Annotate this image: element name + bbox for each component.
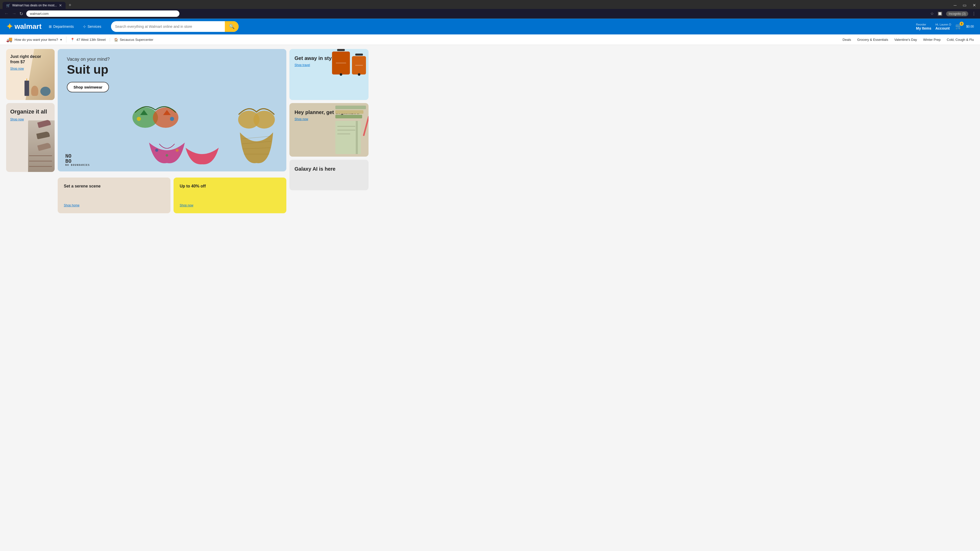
address-bar: ← → ↻ walmart.com ☆ 🔲 Incognito (3) ⋮ [0, 9, 980, 19]
site-header: ✦ walmart ⊞ Departments ⊹ Services 🔍 Reo… [0, 19, 980, 35]
sale-shop-link[interactable]: Shop now [180, 203, 280, 207]
services-icon: ⊹ [83, 24, 86, 29]
bottom-promo-cards: Set a serene scene Shop home Up to 40% o… [58, 178, 286, 213]
bookmark-icon[interactable]: ☆ [930, 11, 934, 16]
colorful-bikini-bottom [146, 143, 187, 165]
header-actions: Reorder My Items Hi, Lauren D Account 🛒 … [916, 23, 974, 30]
galaxy-promo-card[interactable]: Galaxy AI is here [290, 160, 369, 190]
decor-shop-link[interactable]: Shop now [10, 67, 51, 70]
hero-subtitle: Vacay on your mind? [67, 57, 277, 62]
departments-nav[interactable]: ⊞ Departments [47, 23, 76, 30]
organize-promo-card[interactable]: Organize it all Shop now [6, 103, 55, 172]
grocery-link[interactable]: Grocery & Essentials [857, 38, 888, 41]
new-tab-button[interactable]: + [67, 2, 73, 9]
notebook-line-3 [337, 134, 350, 134]
pink-bikini-bottom [184, 148, 220, 165]
delivery-prompt: How do you want your items? [14, 38, 58, 41]
decor-items [24, 81, 51, 96]
nobo-sub-brand: NO BOUNDARIES [65, 164, 90, 166]
extensions-icon[interactable]: 🔲 [937, 11, 942, 16]
travel-promo-card[interactable]: Get away in style Shop travel [290, 49, 369, 100]
main-content: Just right decor from $7 Shop now Organi… [0, 45, 980, 218]
tab-favicon: 🛒 [6, 3, 10, 7]
close-window-button[interactable]: ✕ [971, 2, 977, 8]
address-text: 47 West 13th Street [76, 38, 106, 41]
account-label: Account [935, 26, 950, 30]
active-tab[interactable]: 🛒 Walmart has deals on the most... ✕ [3, 2, 65, 9]
decor-card-title: Just right decor from $7 [10, 54, 41, 64]
address-info[interactable]: 📍 47 West 13th Street [66, 38, 110, 41]
tab-bar: 🛒 Walmart has deals on the most... ✕ + [3, 2, 950, 9]
flame-shape [27, 79, 27, 81]
hero-promo-card[interactable]: Vacay on your mind? Suit up Shop swimwea… [58, 49, 286, 171]
notebook-1 [335, 106, 366, 109]
back-button[interactable]: ← [4, 11, 9, 16]
store-icon: 🏠 [114, 38, 118, 41]
sale-promo-card[interactable]: Up to 40% off Shop now [173, 178, 286, 213]
svg-point-8 [176, 149, 179, 152]
account-action[interactable]: Hi, Lauren D Account [935, 23, 951, 30]
forward-button[interactable]: → [12, 11, 16, 16]
small-luggage [352, 56, 366, 75]
colorful-bikini-top [130, 97, 181, 148]
notebook-spine [356, 121, 358, 154]
right-column: Get away in style Shop travel [290, 49, 369, 213]
search-input[interactable] [111, 22, 225, 31]
sub-header: 🚚 How do you want your items? ▾ 📍 47 Wes… [0, 35, 980, 45]
location-pin-icon: 📍 [70, 38, 75, 41]
delivery-selector[interactable]: 🚚 How do you want your items? ▾ [6, 37, 66, 43]
svg-point-4 [137, 117, 141, 121]
svg-point-6 [155, 149, 158, 152]
shop-swimwear-button[interactable]: Shop swimwear [67, 82, 109, 92]
svg-point-1 [153, 107, 178, 128]
minimize-button[interactable]: ─ [952, 3, 958, 8]
store-info[interactable]: 🏠 Secaucus Supercenter [110, 38, 158, 41]
search-bar[interactable]: 🔍 [111, 21, 239, 32]
store-text: Secaucus Supercenter [120, 38, 153, 41]
vase-shape [31, 86, 38, 96]
bowl-shape [40, 87, 51, 96]
cold-flu-link[interactable]: Cold, Cough & Flu [947, 38, 974, 41]
url-input[interactable]: walmart.com [26, 11, 180, 17]
category-nav: Deals Grocery & Essentials Valentine's D… [843, 38, 974, 41]
left-column: Just right decor from $7 Shop now Organi… [6, 49, 55, 213]
scene-shop-link[interactable]: Shop home [64, 203, 164, 207]
browser-chrome: 🛒 Walmart has deals on the most... ✕ + ─… [0, 0, 980, 9]
organize-shop-link[interactable]: Shop now [10, 118, 51, 121]
main-notebook [335, 121, 361, 154]
scene-card-title: Set a serene scene [64, 184, 164, 189]
scene-promo-card[interactable]: Set a serene scene Shop home [58, 178, 170, 213]
deals-link[interactable]: Deals [843, 38, 851, 41]
reorder-action[interactable]: Reorder My Items [916, 23, 931, 30]
organize-card-text: Organize it all Shop now [10, 108, 51, 121]
winter-prep-link[interactable]: Winter Prep [923, 38, 941, 41]
sale-card-title: Up to 40% off [180, 184, 280, 189]
luggage-wheel-sm [358, 73, 360, 76]
search-button[interactable]: 🔍 [225, 21, 239, 32]
window-controls: ─ ▭ ✕ [952, 2, 977, 8]
svg-point-10 [253, 111, 275, 129]
more-options-icon[interactable]: ⋮ [972, 11, 976, 16]
notebook-3 [335, 115, 362, 118]
valentines-link[interactable]: Valentine's Day [894, 38, 917, 41]
planner-promo-card[interactable]: Hey planner, get organized Shop now [290, 103, 369, 157]
walmart-logo[interactable]: ✦ walmart [6, 22, 41, 32]
maximize-button[interactable]: ▭ [961, 2, 968, 8]
services-nav[interactable]: ⊹ Services [81, 23, 103, 30]
svg-point-5 [170, 117, 174, 121]
svg-point-7 [165, 154, 168, 157]
cart-icon[interactable]: 🛒 0 [955, 23, 962, 30]
luggage-handle-lg [337, 49, 345, 51]
hero-text: Vacay on your mind? Suit up Shop swimwea… [67, 57, 277, 92]
cart-count-badge: 0 [959, 22, 964, 26]
tab-close-button[interactable]: ✕ [59, 3, 62, 7]
account-greeting: Hi, Lauren D [935, 23, 951, 26]
cart-price-label: $0.00 [966, 25, 974, 28]
grid-icon: ⊞ [49, 24, 52, 29]
chevron-down-icon: ▾ [60, 38, 62, 41]
reload-button[interactable]: ↻ [19, 11, 23, 17]
logo-text: walmart [14, 22, 41, 30]
decor-promo-card[interactable]: Just right decor from $7 Shop now [6, 49, 55, 100]
luggage-stripe-sm [355, 65, 363, 66]
notebook-decoration [335, 106, 366, 154]
